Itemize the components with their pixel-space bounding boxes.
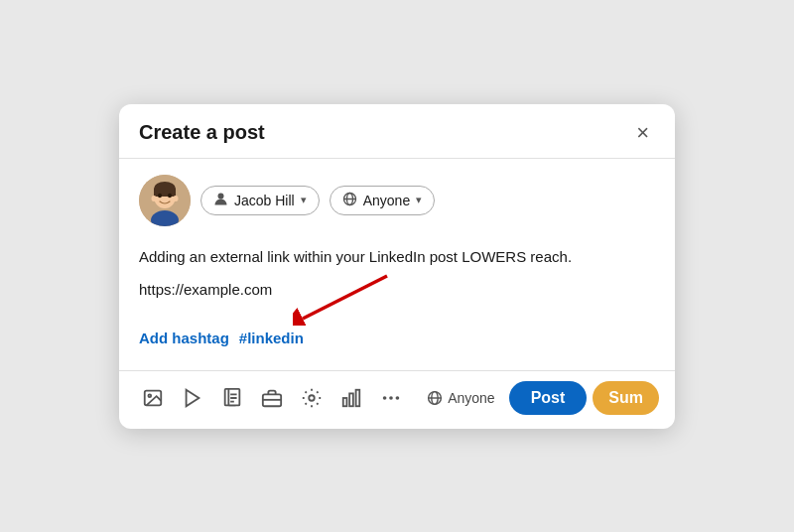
svg-point-31: [396, 396, 400, 400]
post-content-area: Adding an external link within your Link…: [139, 242, 655, 322]
footer-anyone-label: Anyone: [448, 390, 494, 406]
footer-globe-icon: [427, 390, 443, 406]
reach-warning-text: Adding an external link within your Link…: [139, 246, 655, 267]
modal-footer: Anyone Post Sum: [119, 370, 675, 429]
modal-header: Create a post ×: [119, 104, 675, 159]
footer-anyone-button[interactable]: Anyone: [419, 384, 502, 412]
celebrate-icon-button[interactable]: [294, 381, 330, 415]
svg-point-7: [168, 193, 172, 197]
svg-rect-26: [343, 398, 347, 406]
svg-line-14: [303, 276, 387, 319]
audience-pill-button[interactable]: Anyone ▾: [330, 186, 435, 215]
audience-label: Anyone: [363, 193, 410, 208]
svg-point-25: [309, 395, 315, 401]
svg-point-5: [174, 196, 179, 201]
chart-icon-button[interactable]: [333, 381, 369, 415]
briefcase-icon-button[interactable]: [254, 381, 290, 415]
svg-marker-17: [187, 389, 199, 406]
red-arrow-icon: [293, 271, 392, 326]
avatar: [139, 175, 191, 226]
user-row: Jacob Hill ▾ Anyone ▾: [139, 175, 655, 226]
toolbar-icons: [135, 381, 413, 415]
user-chevron-icon: ▾: [301, 194, 307, 206]
user-icon: [213, 192, 228, 209]
svg-point-4: [152, 196, 157, 201]
document-icon-button[interactable]: [214, 381, 250, 415]
svg-point-6: [158, 193, 162, 197]
add-hashtag-button[interactable]: Add hashtag: [139, 330, 229, 346]
svg-point-16: [148, 394, 151, 397]
more-icon-button[interactable]: [373, 381, 409, 415]
svg-rect-3: [154, 189, 176, 197]
url-text: https://example.com: [139, 281, 272, 298]
photo-icon-button[interactable]: [135, 381, 171, 415]
url-row: https://example.com: [139, 281, 655, 298]
svg-point-30: [389, 396, 393, 400]
close-button[interactable]: ×: [630, 120, 655, 146]
modal-title: Create a post: [139, 121, 265, 144]
user-pill-button[interactable]: Jacob Hill ▾: [200, 186, 320, 215]
video-icon-button[interactable]: [175, 381, 210, 415]
post-button[interactable]: Post: [509, 381, 588, 415]
svg-point-9: [218, 193, 224, 199]
svg-rect-27: [349, 393, 353, 406]
svg-point-29: [383, 396, 387, 400]
svg-rect-28: [356, 389, 360, 406]
hashtag-linkedin[interactable]: #linkedin: [239, 330, 304, 346]
create-post-modal: Create a post ×: [119, 104, 675, 429]
audience-chevron-icon: ▾: [416, 194, 422, 206]
globe-icon: [342, 192, 357, 209]
modal-body: Jacob Hill ▾ Anyone ▾ Adding an external…: [119, 159, 675, 370]
hashtag-row: Add hashtag #linkedin: [139, 322, 655, 346]
sum-button[interactable]: Sum: [593, 381, 659, 415]
user-name: Jacob Hill: [234, 193, 295, 208]
